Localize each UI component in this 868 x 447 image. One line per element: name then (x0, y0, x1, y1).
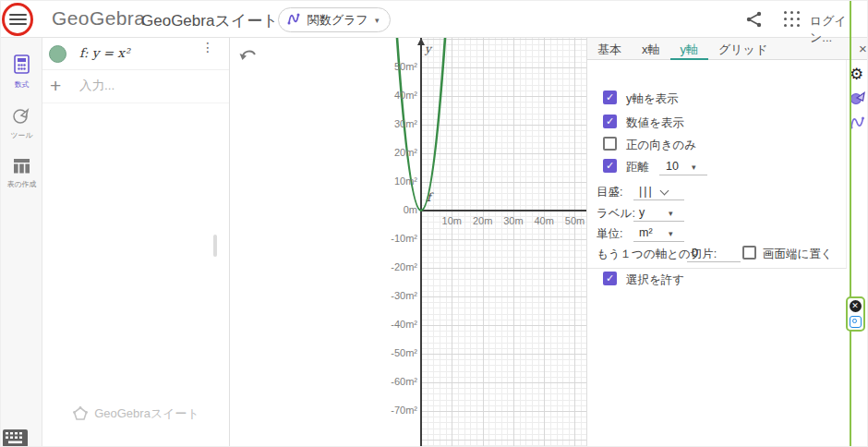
capture-record-icon[interactable] (850, 316, 862, 328)
app-switcher-dropdown[interactable]: 関数グラフ ▾ (278, 7, 391, 32)
setting-label: 目盛: (597, 185, 622, 200)
watermark-text: GeoGebraスイート (94, 405, 199, 422)
table-icon (13, 161, 30, 176)
tab-y軸[interactable]: y軸 (670, 38, 709, 60)
checkbox-positive-only[interactable] (603, 137, 617, 151)
algebra-panel: f: y = x² ⋮ + GeoGebraスイート (42, 38, 230, 447)
setting-positive-only: 正の向きのみ (587, 135, 847, 153)
sidebar-item-algebra[interactable]: 数式 (1, 54, 42, 91)
top-bar: GeoGebra GeoGebraスイート 関数グラフ ▾ ログイン... (1, 1, 868, 38)
checkbox-show-numbers[interactable]: ✓ (603, 115, 617, 128)
app-switcher-label: 関数グラフ (307, 12, 368, 29)
settings-panel: 基本x軸y軸グリッド × ✓ y軸を表示 ✓ 数値を表示 正の向きのみ ✓ 距離 (586, 38, 868, 447)
geometry-view-icon[interactable] (850, 91, 866, 109)
geogebra-app: GeoGebra GeoGebraスイート 関数グラフ ▾ ログイン... 数式 (0, 0, 868, 447)
tab-x軸[interactable]: x軸 (632, 38, 670, 60)
checkbox-distance[interactable]: ✓ (603, 159, 617, 173)
y-tick-label: -40m² (360, 319, 417, 330)
checkbox-allow-selection[interactable]: ✓ (603, 272, 617, 285)
sidebar-item-label: 表の作成 (3, 179, 41, 189)
setting-label: 数値を表示 (626, 115, 684, 131)
setting-distance: ✓ 距離 10 ▾ (587, 157, 847, 175)
row-menu-button[interactable]: ⋮ (201, 44, 209, 51)
capture-widget: ✕ (846, 296, 865, 332)
y-tick-label: -70m² (360, 405, 417, 416)
formula-text[interactable]: f: y = x² (79, 45, 129, 60)
keyboard-toggle-button[interactable] (3, 429, 30, 447)
setting-label: 正の向きのみ (626, 138, 696, 153)
checkbox-stick-to-edge[interactable] (742, 246, 756, 260)
chevron-down-icon[interactable]: ▾ (692, 163, 696, 172)
y-tick-label: -10m² (360, 233, 417, 244)
x-tick-label: 50m (557, 215, 588, 226)
y-tick-label: 50m² (360, 61, 417, 72)
chevron-down-icon[interactable]: ▾ (669, 229, 673, 238)
tick-style-value[interactable]: ||| (639, 185, 654, 198)
setting-label: 画面端に置く (763, 247, 833, 262)
graphics-view[interactable]: y f 50m²40m²30m²20m²10m²0m-10m²-20m²-30m… (230, 38, 587, 447)
y-tick-label: 20m² (360, 147, 417, 158)
watermark: GeoGebraスイート (42, 405, 230, 422)
algebra-input-row: + (42, 70, 229, 103)
setting-label: ラベル: (597, 206, 635, 222)
hamburger-menu-button[interactable] (9, 11, 27, 28)
page-title: GeoGebraスイート (141, 10, 279, 31)
y-axis-settings: ✓ y軸を表示 ✓ 数値を表示 正の向きのみ ✓ 距離 10 ▾ (587, 60, 847, 269)
login-button[interactable]: ログイン... (810, 13, 868, 46)
axis-label-value[interactable]: y (639, 206, 645, 219)
curve-label: f (427, 190, 431, 204)
y-tick-label: 0m (360, 204, 417, 215)
geogebra-pentagon-icon (73, 406, 88, 421)
apps-grid-button[interactable] (784, 11, 801, 28)
setting-show-axis: ✓ y軸を表示 (587, 89, 847, 107)
setting-unit: 単位: m² ▾ (587, 224, 847, 242)
setting-tick-style: 目盛: ||| (587, 182, 847, 200)
tab-グリッド[interactable]: グリッド (708, 38, 778, 60)
setting-label: 距離 (626, 160, 649, 175)
calculator-icon (13, 61, 30, 77)
checkbox-show-axis[interactable]: ✓ (603, 91, 617, 104)
settings-gear-icon[interactable]: ⚙ (850, 65, 863, 84)
geogebra-logo: GeoGebra (52, 7, 145, 30)
sidebar-item-label: ツール (3, 130, 41, 140)
setting-label: 選択を許す (626, 272, 684, 288)
unit-value[interactable]: m² (639, 226, 653, 239)
y-tick-label: 40m² (360, 90, 417, 101)
left-view-rail: 数式 ツール 表の作成 (1, 38, 42, 447)
y-tick-label: 10m² (360, 175, 417, 187)
capture-overlay-border (850, 1, 851, 447)
y-tick-label: -20m² (360, 261, 417, 272)
cross-at-input[interactable]: 0 (692, 247, 698, 260)
algebra-scrollbar-thumb[interactable] (213, 235, 217, 257)
formula-name: f: (79, 45, 89, 60)
algebra-row-f: f: y = x² ⋮ (42, 38, 229, 70)
setting-axis-label: ラベル: y ▾ (587, 203, 847, 222)
setting-label: 単位: (597, 226, 622, 242)
logo-text: GeoGebra (52, 7, 145, 30)
y-tick-label: -50m² (360, 347, 417, 358)
y-tick-label: -60m² (360, 376, 417, 387)
chevron-down-icon[interactable]: ▾ (669, 209, 673, 218)
algebra-input[interactable] (79, 79, 209, 92)
visibility-toggle-dot[interactable] (49, 45, 66, 63)
tools-icon (12, 112, 31, 127)
y-tick-label: -30m² (360, 290, 417, 301)
setting-show-numbers: ✓ 数値を表示 (587, 113, 847, 131)
distance-value[interactable]: 10 (666, 160, 679, 173)
y-tick-label: 30m² (360, 118, 417, 129)
formula-body: y = x² (92, 45, 130, 60)
add-entry-button[interactable]: + (50, 75, 61, 97)
setting-label: y軸を表示 (626, 91, 679, 107)
chevron-down-icon: ▾ (375, 16, 380, 25)
function-graph-view-icon[interactable] (850, 115, 865, 133)
sidebar-item-tools[interactable]: ツール (1, 107, 42, 141)
setting-cross-at: もう１つの軸との切片: 0 画面端に置く (587, 244, 847, 262)
setting-label: もう１つの軸との切片: (597, 247, 717, 262)
share-button[interactable] (745, 10, 766, 29)
tab-基本[interactable]: 基本 (587, 38, 632, 60)
capture-close-icon[interactable]: ✕ (850, 300, 862, 312)
sidebar-item-table[interactable]: 表の作成 (1, 158, 42, 190)
sidebar-item-label: 数式 (3, 79, 41, 90)
chevron-down-icon[interactable] (660, 187, 669, 196)
setting-allow-selection: ✓ 選択を許す (587, 270, 847, 288)
